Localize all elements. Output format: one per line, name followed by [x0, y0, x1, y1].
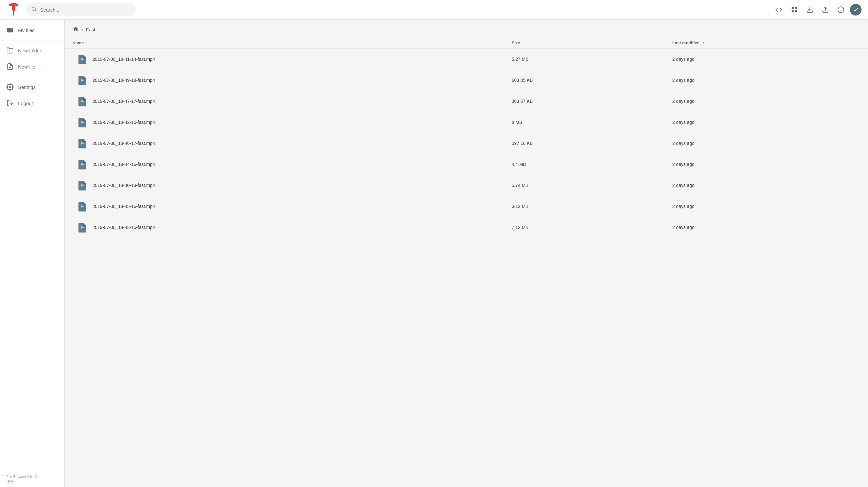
video-file-icon — [78, 201, 88, 211]
sidebar-item-logout[interactable]: Logout — [0, 95, 64, 111]
file-modified: 2 days ago — [667, 196, 868, 217]
home-icon — [72, 26, 79, 32]
video-file-icon — [78, 54, 88, 64]
video-file-icon — [78, 222, 88, 232]
confirm-button[interactable] — [850, 4, 862, 16]
file-table-body: 2019-07-30_18-41-14-fast.mp4 5.27 MB 2 d… — [65, 49, 868, 238]
file-modified: 2 days ago — [667, 217, 868, 238]
file-name-cell: 2019-07-30_18-40-13-fast.mp4 — [70, 180, 501, 191]
file-name-cell: 2019-07-30_18-43-15-fast.mp4 — [70, 222, 501, 232]
file-table-header: Name Size Last modified ↑ — [65, 37, 868, 49]
sidebar-divider-1 — [0, 40, 64, 40]
sidebar-settings-label: Settings — [18, 84, 35, 90]
info-button[interactable] — [834, 3, 847, 16]
table-row[interactable]: 2019-07-30_18-47-17-fast.mp4 363.57 KB 2… — [65, 91, 868, 112]
download-button[interactable] — [803, 3, 816, 16]
code-view-button[interactable] — [772, 3, 785, 16]
video-file-icon — [78, 96, 88, 106]
file-name: 2019-07-30_18-44-16-fast.mp4 — [92, 162, 155, 167]
file-modified: 2 days ago — [667, 91, 868, 112]
file-size: 5.27 MB — [506, 49, 667, 70]
file-name: 2019-07-30_18-43-15-fast.mp4 — [92, 225, 155, 230]
video-file-icon — [78, 75, 88, 85]
sidebar-item-new-file[interactable]: New file — [0, 59, 64, 75]
breadcrumb-current: Fast — [86, 27, 95, 32]
app-logo — [6, 3, 21, 17]
file-name-cell: 2019-07-30_18-49-18-fast.mp4 — [70, 75, 501, 85]
file-modified: 2 days ago — [667, 133, 868, 154]
file-size: 8 MB — [506, 112, 667, 133]
breadcrumb-home[interactable] — [72, 26, 79, 33]
version-text: File Browser 2.0.12 — [6, 475, 58, 479]
folder-plus-icon — [6, 47, 13, 54]
sort-asc-icon: ↑ — [702, 40, 705, 45]
file-size: 7.12 MB — [506, 217, 667, 238]
sidebar: My files New folder New file Set — [0, 20, 65, 487]
file-table: Name Size Last modified ↑ — [65, 37, 868, 238]
sidebar-divider-2 — [0, 77, 64, 77]
file-name-cell: 2019-07-30_18-44-16-fast.mp4 — [70, 159, 501, 169]
search-input[interactable] — [40, 7, 130, 12]
file-modified: 2 days ago — [667, 154, 868, 175]
help-link[interactable]: Help — [6, 479, 58, 483]
upload-button[interactable] — [819, 3, 832, 16]
svg-point-15 — [9, 86, 11, 88]
file-name: 2019-07-30_18-46-17-fast.mp4 — [92, 141, 155, 146]
file-modified: 2 days ago — [667, 70, 868, 91]
col-modified[interactable]: Last modified ↑ — [667, 37, 868, 49]
file-name-cell: 2019-07-30_18-46-17-fast.mp4 — [70, 138, 501, 148]
file-plus-icon — [6, 63, 13, 70]
sidebar-logout-label: Logout — [18, 101, 33, 106]
folder-icon — [6, 27, 13, 34]
svg-rect-3 — [795, 7, 797, 9]
file-name: 2019-07-30_18-49-18-fast.mp4 — [92, 78, 155, 83]
search-icon — [31, 6, 37, 13]
table-row[interactable]: 2019-07-30_18-41-14-fast.mp4 5.27 MB 2 d… — [65, 49, 868, 70]
sidebar-item-my-files[interactable]: My files — [0, 22, 64, 38]
col-size[interactable]: Size — [506, 37, 667, 49]
file-name: 2019-07-30_18-42-15-fast.mp4 — [92, 120, 155, 125]
table-row[interactable]: 2019-07-30_18-49-18-fast.mp4 603.85 KB 2… — [65, 70, 868, 91]
table-row[interactable]: 2019-07-30_18-42-15-fast.mp4 8 MB 2 days… — [65, 112, 868, 133]
header-actions — [772, 3, 862, 16]
file-size: 3.12 MB — [506, 196, 667, 217]
table-row[interactable]: 2019-07-30_18-45-16-fast.mp4 3.12 MB 2 d… — [65, 196, 868, 217]
table-row[interactable]: 2019-07-30_18-44-16-fast.mp4 4.4 MB 2 da… — [65, 154, 868, 175]
file-size: 603.85 KB — [506, 70, 667, 91]
file-size: 363.57 KB — [506, 91, 667, 112]
breadcrumb: › Fast — [65, 20, 868, 37]
breadcrumb-separator: › — [82, 26, 83, 33]
video-file-icon — [78, 117, 88, 127]
file-name-cell: 2019-07-30_18-47-17-fast.mp4 — [70, 96, 501, 106]
sidebar-my-files-label: My files — [18, 28, 35, 33]
svg-point-0 — [32, 7, 35, 11]
settings-icon — [6, 83, 13, 90]
svg-rect-2 — [792, 7, 794, 9]
search-bar[interactable] — [26, 3, 136, 16]
file-modified: 2 days ago — [667, 112, 868, 133]
sidebar-new-file-label: New file — [18, 64, 35, 69]
sidebar-footer: File Browser 2.0.12 Help — [0, 471, 64, 487]
svg-rect-4 — [792, 10, 794, 12]
file-modified: 2 days ago — [667, 49, 868, 70]
video-file-icon — [78, 159, 88, 169]
grid-view-button[interactable] — [788, 3, 801, 16]
file-name-cell: 2019-07-30_18-45-16-fast.mp4 — [70, 201, 501, 211]
header — [0, 0, 868, 20]
file-size: 4.4 MB — [506, 154, 667, 175]
file-modified: 2 days ago — [667, 175, 868, 196]
file-name: 2019-07-30_18-47-17-fast.mp4 — [92, 98, 155, 104]
file-browser-content: › Fast Name Size Last modified ↑ — [65, 20, 868, 487]
file-name: 2019-07-30_18-45-16-fast.mp4 — [92, 204, 155, 209]
table-row[interactable]: 2019-07-30_18-40-13-fast.mp4 5.74 MB 2 d… — [65, 175, 868, 196]
sidebar-item-settings[interactable]: Settings — [0, 79, 64, 95]
sidebar-item-new-folder[interactable]: New folder — [0, 42, 64, 59]
table-row[interactable]: 2019-07-30_18-46-17-fast.mp4 597.16 KB 2… — [65, 133, 868, 154]
file-name-cell: 2019-07-30_18-42-15-fast.mp4 — [70, 117, 501, 127]
video-file-icon — [78, 138, 88, 148]
file-size: 597.16 KB — [506, 133, 667, 154]
logout-icon — [6, 99, 13, 107]
sidebar-new-folder-label: New folder — [18, 48, 41, 53]
table-row[interactable]: 2019-07-30_18-43-15-fast.mp4 7.12 MB 2 d… — [65, 217, 868, 238]
col-name[interactable]: Name — [65, 37, 506, 49]
